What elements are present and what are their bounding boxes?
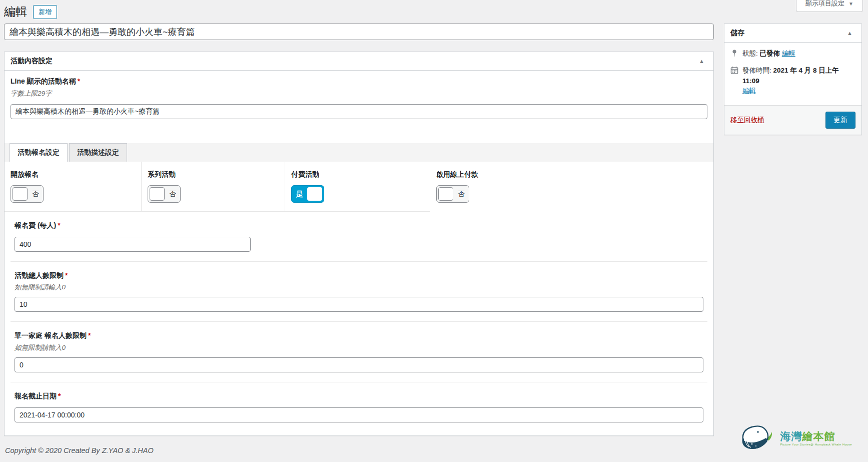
toggle-knob [13,187,28,201]
tab-registration-settings[interactable]: 活動報名設定 [10,143,68,162]
required-asterisk: * [58,221,60,229]
required-asterisk: * [58,392,61,400]
online-payment-toggle[interactable]: 否 [436,185,469,203]
series-event-toggle[interactable]: 否 [148,185,181,203]
move-to-trash-link[interactable]: 移至回收桶 [730,116,764,125]
publish-panel-header[interactable]: 儲存 ▲ [724,24,861,43]
paid-event-label: 付費活動 [291,170,424,180]
fee-label: 報名費 (每人)* [15,221,703,231]
site-logo: 海灣繪本館 Picture Your Stories@ Humpback Wha… [737,422,852,455]
total-limit-field: 活動總人數限制* 如無限制請輸入0 [11,262,707,322]
open-registration-toggle[interactable]: 否 [11,185,44,203]
deadline-label: 報名截止日期* [15,391,703,401]
deadline-input[interactable] [15,407,703,422]
line-name-label: LIne 顯示的活動名稱* [11,77,707,87]
status-value: 已發佈 [760,50,780,57]
publish-panel-title: 儲存 [730,29,744,38]
toggle-cell-open-registration: 開放報名 否 [5,162,142,212]
toggle-cell-online-payment: 啟用線上付款 否 [430,162,713,212]
panel-title: 活動內容設定 [11,57,53,66]
toggle-state-label: 否 [165,190,180,199]
family-limit-hint: 如無限制請輸入0 [15,343,703,352]
family-limit-field: 單一家庭 報名人數限制* 如無限制請輸入0 [11,322,707,382]
main-content: 編輯 新增 活動內容設定 ▲ LIne 顯示的活動名稱* 字數上限29字 活動報… [4,4,714,436]
publish-panel-body: 狀態: 已發佈 編輯 發佈時間: [724,43,861,105]
status-row: 狀態: 已發佈 編輯 [730,49,855,59]
series-event-label: 系列活動 [148,170,279,180]
screen-options-tab[interactable]: 顯示項目設定 ▼ [796,0,863,12]
fee-field: 報名費 (每人)* [11,212,707,262]
page-heading-row: 編輯 新增 [4,4,714,20]
logo-text: 海灣繪本館 Picture Your Stories@ Humpback Wha… [780,430,852,446]
toggle-knob [307,187,322,201]
family-limit-label: 單一家庭 報名人數限制* [15,331,703,341]
toggle-state-label: 否 [28,190,43,199]
copyright-text: Copyright © 2020 Created By Z.YAO & J.HA… [5,446,154,454]
total-limit-label: 活動總人數限制* [15,271,703,281]
tab-description-settings[interactable]: 活動描述設定 [69,143,127,162]
publish-panel: 儲存 ▲ 狀態: 已發佈 編輯 [724,24,862,135]
pin-icon [730,49,738,57]
edit-status-link[interactable]: 編輯 [782,50,795,57]
family-limit-input[interactable] [15,357,703,372]
major-publishing-actions: 移至回收桶 更新 [724,105,861,135]
status-text: 狀態: 已發佈 編輯 [742,49,795,59]
page-title: 編輯 [4,5,27,20]
toggle-knob [438,187,453,201]
event-settings-panel: 活動內容設定 ▲ LIne 顯示的活動名稱* 字數上限29字 活動報名設定 活動… [4,52,714,436]
toggle-grid: 開放報名 否 系列活動 否 付費活動 是 [5,162,713,212]
line-name-hint: 字數上限29字 [11,89,707,98]
toggle-cell-series-event: 系列活動 否 [142,162,285,212]
collapse-publish-button[interactable]: ▲ [844,29,855,37]
fee-input[interactable] [15,237,251,252]
sidebar: 儲存 ▲ 狀態: 已發佈 編輯 [724,24,862,135]
edit-publish-time-link[interactable]: 編輯 [742,87,756,95]
panel-body: LIne 顯示的活動名稱* 字數上限29字 活動報名設定 活動描述設定 開放報名… [5,71,713,435]
open-registration-label: 開放報名 [11,170,135,180]
total-limit-input[interactable] [15,297,703,312]
update-button[interactable]: 更新 [825,112,855,129]
chevron-down-icon: ▼ [848,1,853,7]
panel-header[interactable]: 活動內容設定 ▲ [5,52,713,71]
line-name-field: LIne 顯示的活動名稱* 字數上限29字 [11,77,707,119]
toggle-state-label: 是 [292,190,307,199]
line-name-input[interactable] [11,104,707,119]
publish-time-row: 發佈時間: 2021 年 4 月 8 日上午 11:09 編輯 [730,66,855,96]
required-asterisk: * [88,331,91,339]
toggle-cell-paid-event: 付費活動 是 [285,162,430,212]
logo-whale-icon [737,422,776,455]
post-title-input[interactable] [4,24,714,40]
required-asterisk: * [78,77,80,85]
calendar-icon [730,66,738,74]
toggle-state-label: 否 [453,190,469,199]
logo-tagline: Picture Your Stories@ Humpback Whale Hou… [780,443,852,446]
collapse-panel-button[interactable]: ▲ [696,57,707,65]
publish-time-text: 發佈時間: 2021 年 4 月 8 日上午 11:09 編輯 [742,66,855,96]
required-asterisk: * [65,271,68,279]
total-limit-hint: 如無限制請輸入0 [15,283,703,292]
logo-name: 海灣繪本館 [780,430,852,442]
toggle-knob [150,187,165,201]
paid-event-toggle[interactable]: 是 [291,185,324,203]
settings-tab-strip: 活動報名設定 活動描述設定 [5,143,713,162]
add-new-button[interactable]: 新增 [33,5,57,19]
online-payment-label: 啟用線上付款 [436,170,707,180]
deadline-field: 報名截止日期* [11,382,707,424]
screen-options-label: 顯示項目設定 [805,0,844,8]
